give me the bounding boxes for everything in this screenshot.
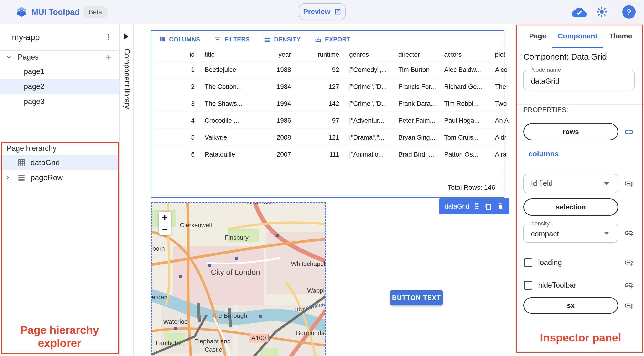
density-label: density	[529, 220, 552, 227]
columns-icon	[158, 36, 166, 43]
map-place-label: City of London	[211, 268, 260, 277]
zoom-in-button[interactable]: +	[159, 212, 171, 223]
rows-property-button[interactable]: rows	[523, 123, 618, 140]
column-header-id[interactable]: id	[152, 48, 200, 61]
sx-property-button[interactable]: sx	[523, 297, 618, 314]
pages-list: page1page2page3	[0, 64, 120, 109]
cell-actors: Paul Hoga...	[440, 112, 491, 129]
cell-runtime: 127	[297, 78, 345, 95]
page-hierarchy-annotation-label: Page hierarchy explorer	[7, 324, 112, 350]
inspector-panel: PageComponentTheme Component: Data Grid …	[517, 24, 644, 356]
node-name-input[interactable]	[524, 70, 634, 90]
map-place-label: Bermondsey	[296, 329, 326, 337]
toolpad-logo-icon	[15, 5, 28, 18]
sidebar: my-app Pages page1page2page3 Page hierar…	[0, 24, 120, 356]
toolbar-columns-button[interactable]: COLUMNS	[158, 36, 200, 43]
id-field-select[interactable]: Id field	[523, 174, 618, 193]
hideToolbar-property-row: hideToolbar	[524, 278, 638, 292]
project-name: my-app	[12, 24, 40, 50]
loading-checkbox[interactable]	[524, 258, 532, 267]
app-header: MUI Toolpad Beta Preview	[0, 0, 644, 24]
add-link-icon[interactable]	[624, 281, 634, 290]
delete-icon[interactable]	[496, 203, 504, 210]
add-link-icon[interactable]	[624, 301, 634, 310]
table-row[interactable]: 1Beetlejuice198892["Comedy",...Tim Burto…	[152, 61, 504, 78]
node-name-label: Node name	[529, 66, 564, 73]
column-header-title[interactable]: title	[200, 48, 254, 61]
tab-component[interactable]: Component	[555, 24, 600, 48]
cell-title: The Cotton...	[200, 78, 254, 95]
sidebar-page-item[interactable]: page3	[0, 94, 120, 109]
column-header-year[interactable]: year	[254, 48, 297, 61]
hierarchy-node-pageRow[interactable]: pageRow	[0, 170, 120, 185]
hideToolbar-checkbox[interactable]	[524, 281, 532, 290]
cell-genres: ["Adventur...	[345, 112, 394, 129]
tab-theme[interactable]: Theme	[606, 24, 634, 48]
map-place-label: arden	[152, 294, 168, 301]
help-icon: ?	[622, 5, 636, 18]
help-button[interactable]: ?	[619, 2, 639, 21]
toolbar-density-button[interactable]: DENSITY	[264, 36, 301, 43]
chevron-right-icon[interactable]	[2, 174, 13, 181]
component-library-strip[interactable]: Component library	[120, 24, 134, 356]
column-header-director[interactable]: director	[394, 48, 440, 61]
density-icon	[264, 36, 271, 43]
cell-id: 2	[152, 78, 200, 95]
add-link-icon[interactable]	[624, 228, 634, 238]
add-link-icon[interactable]	[624, 258, 634, 267]
map-place-label: born	[152, 245, 165, 252]
hierarchy-node-dataGrid[interactable]: dataGrid	[0, 155, 120, 170]
add-link-icon[interactable]	[624, 179, 634, 188]
node-name-field[interactable]: Node name	[523, 70, 635, 90]
density-select[interactable]: density compact	[523, 224, 618, 243]
selection-chip[interactable]: dataGrid	[439, 199, 510, 214]
toolbar-filters-button[interactable]: FILTERS	[214, 36, 250, 43]
sidebar-page-item[interactable]: page2	[0, 79, 120, 94]
table-row[interactable]: 2The Cotton...1984127["Crime","D...Franc…	[152, 78, 504, 95]
beta-badge: Beta	[83, 6, 108, 18]
drag-handle-icon[interactable]	[474, 203, 480, 210]
pages-section-label: Pages	[18, 53, 39, 61]
map-place-label: Lambeth	[156, 339, 180, 347]
button-component[interactable]: BUTTON TEXT	[390, 290, 443, 306]
cell-runtime: 92	[297, 61, 345, 78]
theme-toggle-button[interactable]	[592, 2, 612, 21]
add-page-button[interactable]	[103, 51, 114, 63]
cell-genres: ["Comedy",...	[345, 61, 394, 78]
toolbar-export-button[interactable]: EXPORT	[314, 36, 350, 43]
table-row[interactable]: 3The Shaws...1994142["Crime","D...Frank …	[152, 95, 504, 112]
map-place-label: Finsbury	[225, 234, 248, 241]
hierarchy-node-label: pageRow	[30, 173, 63, 182]
map-component[interactable]: ShoreditchClerkenwellFinsburybornWhitech…	[151, 202, 326, 356]
divider	[517, 104, 644, 105]
link-icon[interactable]	[624, 127, 634, 137]
tab-page[interactable]: Page	[527, 24, 548, 48]
pages-section-header[interactable]: Pages	[0, 50, 120, 64]
cell-title: Beetlejuice	[200, 61, 254, 78]
datagrid-component[interactable]: COLUMNSFILTERSDENSITYEXPORT idtitleyearr…	[151, 30, 504, 198]
cell-runtime: 121	[297, 129, 345, 146]
column-header-runtime[interactable]: runtime	[297, 48, 345, 61]
preview-button[interactable]: Preview	[299, 3, 346, 20]
project-menu-button[interactable]	[102, 30, 116, 44]
hierarchy-node-label: dataGrid	[30, 158, 60, 167]
sync-status-button[interactable]	[569, 2, 590, 21]
selection-property-button[interactable]: selection	[523, 199, 618, 216]
map-place-label: A100	[248, 334, 269, 343]
duplicate-icon[interactable]	[484, 203, 492, 210]
cloud-check-icon	[572, 6, 587, 17]
columns-property-link[interactable]: columns	[528, 150, 558, 158]
column-header-actors[interactable]: actors	[440, 48, 491, 61]
sidebar-page-item[interactable]: page1	[0, 64, 120, 79]
page-item-label: page1	[24, 67, 44, 76]
cell-runtime: 142	[297, 95, 345, 112]
table-row[interactable]: 4Crocodile ...198697["Adventur...Peter F…	[152, 112, 504, 129]
column-header-genres[interactable]: genres	[345, 48, 394, 61]
table-row[interactable]: 6Ratatouille2007111["Animatio...Brad Bir…	[152, 146, 504, 163]
zoom-out-button[interactable]: −	[159, 223, 171, 235]
cell-year: 1988	[254, 61, 297, 78]
cell-director: Bryan Sing...	[394, 129, 440, 146]
table-row[interactable]: 5Valkyrie2008121["Drama","...Bryan Sing.…	[152, 129, 504, 146]
map-place-label: Castle	[205, 346, 222, 354]
cell-actors: Alec Baldw...	[440, 61, 491, 78]
